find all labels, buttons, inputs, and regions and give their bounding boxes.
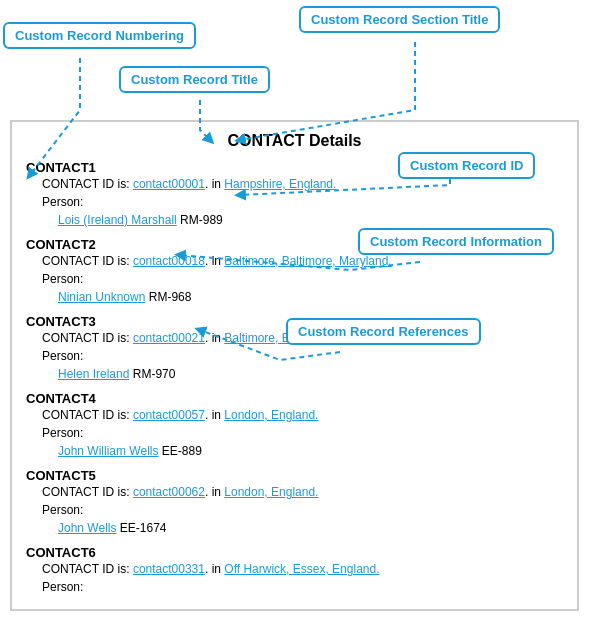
contact-id-number[interactable]: contact00057 bbox=[133, 408, 205, 422]
person-indent: Lois (Ireland) Marshall RM-989 bbox=[58, 211, 223, 229]
record-detail: CONTACT ID is: contact00062. in London, … bbox=[42, 483, 563, 537]
bubble-record-title: Custom Record Title bbox=[119, 66, 270, 93]
location-link[interactable]: Baltimore, Baltimore, Maryland. bbox=[224, 254, 391, 268]
record-id-label: CONTACT5 bbox=[26, 468, 563, 483]
location-link[interactable]: Hampshire, England. bbox=[224, 177, 336, 191]
bubble-record-references: Custom Record References bbox=[286, 318, 481, 345]
contact-id-number[interactable]: contact00001 bbox=[133, 177, 205, 191]
person-name[interactable]: Helen Ireland bbox=[58, 367, 129, 381]
person-name[interactable]: Lois (Ireland) Marshall bbox=[58, 213, 177, 227]
content-panel: CONTACT Details CONTACT1CONTACT ID is: c… bbox=[10, 120, 579, 611]
panel-title: CONTACT Details bbox=[26, 132, 563, 150]
contact-id-number[interactable]: contact00021 bbox=[133, 331, 205, 345]
contact-id-number[interactable]: contact00062 bbox=[133, 485, 205, 499]
record-detail: CONTACT ID is: contact00001. in Hampshir… bbox=[42, 175, 563, 229]
record-block: CONTACT5CONTACT ID is: contact00062. in … bbox=[26, 468, 563, 537]
person-indent: Ninian Unknown RM-968 bbox=[58, 288, 191, 306]
ref-code: RM-968 bbox=[145, 290, 191, 304]
contact-id-line: CONTACT ID is: contact00018. in Baltimor… bbox=[42, 254, 392, 268]
person-name[interactable]: John William Wells bbox=[58, 444, 158, 458]
contact-id-number[interactable]: contact00331 bbox=[133, 562, 205, 576]
records-container: CONTACT1CONTACT ID is: contact00001. in … bbox=[26, 160, 563, 596]
person-indent: John Wells EE-1674 bbox=[58, 519, 167, 537]
ref-code: EE-1674 bbox=[116, 521, 166, 535]
person-name[interactable]: Ninian Unknown bbox=[58, 290, 145, 304]
record-detail: CONTACT ID is: contact00057. in London, … bbox=[42, 406, 563, 460]
person-indent: Helen Ireland RM-970 bbox=[58, 365, 175, 383]
contact-id-number[interactable]: contact00018 bbox=[133, 254, 205, 268]
contact-id-line: CONTACT ID is: contact00331. in Off Harw… bbox=[42, 562, 380, 576]
bubble-record-information: Custom Record Information bbox=[358, 228, 554, 255]
bubble-section-title: Custom Record Section Title bbox=[299, 6, 500, 33]
contact-id-line: CONTACT ID is: contact00062. in London, … bbox=[42, 485, 318, 499]
record-detail: CONTACT ID is: contact00331. in Off Harw… bbox=[42, 560, 563, 596]
bubble-record-id: Custom Record ID bbox=[398, 152, 535, 179]
person-name[interactable]: John Wells bbox=[58, 521, 116, 535]
ref-code: RM-970 bbox=[129, 367, 175, 381]
contact-id-line: CONTACT ID is: contact00057. in London, … bbox=[42, 408, 318, 422]
record-id-label: CONTACT6 bbox=[26, 545, 563, 560]
record-detail: CONTACT ID is: contact00018. in Baltimor… bbox=[42, 252, 563, 306]
person-indent: John William Wells EE-889 bbox=[58, 442, 202, 460]
bubble-numbering: Custom Record Numbering bbox=[3, 22, 196, 49]
contact-id-line: CONTACT ID is: contact00001. in Hampshir… bbox=[42, 177, 336, 191]
location-link[interactable]: London, England. bbox=[224, 408, 318, 422]
record-id-label: CONTACT4 bbox=[26, 391, 563, 406]
location-link[interactable]: London, England. bbox=[224, 485, 318, 499]
record-block: CONTACT4CONTACT ID is: contact00057. in … bbox=[26, 391, 563, 460]
record-block: CONTACT6CONTACT ID is: contact00331. in … bbox=[26, 545, 563, 596]
page-wrapper: Custom Record Numbering Custom Record Se… bbox=[0, 0, 589, 621]
ref-code: EE-889 bbox=[158, 444, 201, 458]
location-link[interactable]: Off Harwick, Essex, England. bbox=[224, 562, 379, 576]
ref-code: RM-989 bbox=[177, 213, 223, 227]
